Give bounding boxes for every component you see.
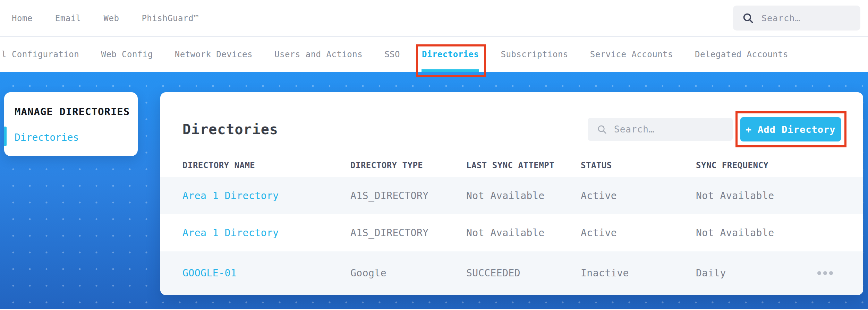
status-cell: Active	[581, 227, 696, 239]
search-icon	[597, 124, 607, 135]
col-directory-name: DIRECTORY NAME	[182, 161, 350, 170]
tab-subscriptions[interactable]: Subscriptions	[501, 50, 568, 59]
row-actions-menu-icon[interactable]	[817, 271, 843, 275]
directories-panel: Directories + Add Directory DIRECTORY NA…	[160, 92, 863, 295]
global-search[interactable]	[733, 6, 860, 31]
tab-web-config[interactable]: Web Config	[101, 50, 153, 59]
tab-delegated-accounts[interactable]: Delegated Accounts	[695, 50, 788, 59]
last-sync-cell: SUCCEEDED	[466, 267, 581, 279]
col-directory-type: DIRECTORY TYPE	[350, 161, 466, 170]
directories-search-input[interactable]	[613, 124, 717, 135]
sync-frequency-cell: Not Available	[696, 227, 817, 239]
col-status: STATUS	[581, 161, 696, 170]
status-cell: Inactive	[581, 267, 696, 279]
directory-name-link[interactable]: GOOGLE-01	[182, 267, 350, 279]
tab-users-and-actions[interactable]: Users and Actions	[274, 50, 363, 59]
last-sync-cell: Not Available	[466, 190, 581, 201]
directories-search[interactable]	[588, 118, 733, 141]
tab-email-configuration[interactable]: l Configuration	[1, 50, 79, 59]
add-directory-button[interactable]: + Add Directory	[740, 117, 841, 141]
directory-name-link[interactable]: Area 1 Directory	[182, 227, 350, 239]
last-sync-cell: Not Available	[466, 227, 581, 239]
page-title: Directories	[182, 121, 588, 137]
primary-nav: Home Email Web PhishGuard™	[0, 0, 868, 37]
table-row: Area 1 Directory A1S_DIRECTORY Not Avail…	[160, 214, 863, 251]
tab-network-devices[interactable]: Network Devices	[175, 50, 253, 59]
table-header-row: DIRECTORY NAME DIRECTORY TYPE LAST SYNC …	[160, 154, 863, 177]
card-title: MANAGE DIRECTORIES	[15, 106, 138, 117]
sidebar-item-directories[interactable]: Directories	[4, 132, 138, 143]
tab-directories[interactable]: Directories	[422, 50, 479, 59]
directories-table: DIRECTORY NAME DIRECTORY TYPE LAST SYNC …	[160, 154, 863, 295]
manage-directories-card: MANAGE DIRECTORIES Directories	[4, 92, 138, 156]
directory-type-cell: Google	[350, 267, 466, 279]
global-search-input[interactable]	[761, 13, 848, 24]
table-row: Area 1 Directory A1S_DIRECTORY Not Avail…	[160, 177, 863, 214]
search-icon	[742, 12, 754, 24]
col-sync-frequency: SYNC FREQUENCY	[696, 161, 817, 170]
active-item-indicator	[4, 127, 7, 146]
sync-frequency-cell: Not Available	[696, 190, 817, 201]
secondary-nav: l Configuration Web Config Network Devic…	[0, 37, 868, 72]
nav-item-home[interactable]: Home	[12, 14, 33, 23]
nav-item-email[interactable]: Email	[55, 14, 81, 23]
directory-type-cell: A1S_DIRECTORY	[350, 190, 466, 201]
table-row: GOOGLE-01 Google SUCCEEDED Inactive Dail…	[160, 251, 863, 295]
panel-header: Directories + Add Directory	[182, 117, 841, 142]
add-directory-wrap: + Add Directory	[740, 117, 841, 141]
col-last-sync-attempt: LAST SYNC ATTEMPT	[466, 161, 581, 170]
nav-item-phishguard[interactable]: PhishGuard™	[142, 14, 198, 23]
sync-frequency-cell: Daily	[696, 267, 817, 279]
status-cell: Active	[581, 190, 696, 201]
directory-type-cell: A1S_DIRECTORY	[350, 227, 466, 239]
nav-item-web[interactable]: Web	[104, 14, 119, 23]
tab-sso[interactable]: SSO	[384, 50, 400, 59]
tab-service-accounts[interactable]: Service Accounts	[590, 50, 673, 59]
page-background: MANAGE DIRECTORIES Directories Directori…	[0, 72, 868, 309]
directory-name-link[interactable]: Area 1 Directory	[182, 190, 350, 201]
